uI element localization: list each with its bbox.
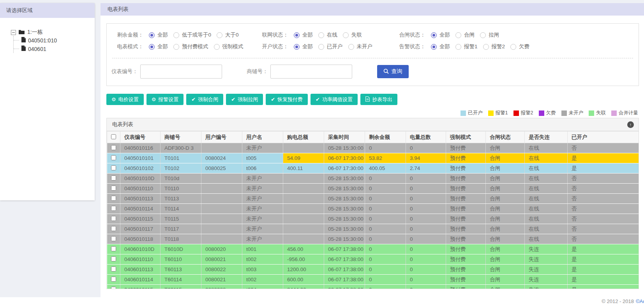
radio-option[interactable]: 全部 <box>294 32 313 39</box>
table-cell: 合闸 <box>486 285 525 289</box>
query-button[interactable]: 查询 <box>377 65 409 78</box>
row-checkbox[interactable] <box>111 155 116 160</box>
radio-option[interactable]: 报警2 <box>483 43 505 50</box>
radio-option[interactable]: 全部 <box>431 43 450 50</box>
radio-icon[interactable] <box>214 44 220 50</box>
column-header: 仪表编号 <box>120 131 161 143</box>
table-cell: 0 <box>365 184 406 194</box>
radio-option[interactable]: 全部 <box>149 32 168 39</box>
radio-option[interactable]: 失联 <box>343 32 362 39</box>
table-row[interactable]: 0405010102T01020080025t006400.1106-07 17… <box>107 163 639 174</box>
table-scroll-area[interactable]: 仪表编号商铺号用户编号用户名购电总额采集时间剩余金额电量总数强制模式合闸状态是否… <box>107 131 639 289</box>
table-cell: 0 <box>406 174 446 184</box>
radio-option[interactable]: 预付费模式 <box>173 43 208 50</box>
table-row[interactable]: 0405010118T0118未开户05-28 15:30:0000预付费合闸在… <box>107 234 639 244</box>
table-row[interactable]: 0405010101T01010080024t00554.0906-07 17:… <box>107 153 639 163</box>
radio-option[interactable]: 全部 <box>431 32 450 39</box>
radio-option[interactable]: 未开户 <box>348 43 373 50</box>
radio-icon[interactable] <box>318 32 324 38</box>
table-row[interactable]: 040601010DT6010D0080020t001456.0006-07 1… <box>107 244 639 254</box>
table-cell: 0 <box>406 184 446 194</box>
action-button-恢复预付费[interactable]: ✔恢复预付费 <box>266 94 308 105</box>
select-all-checkbox[interactable] <box>111 134 116 139</box>
tree-collapse-icon[interactable] <box>11 30 16 35</box>
radio-icon[interactable] <box>149 44 155 50</box>
action-button-强制合闸[interactable]: ✔强制合闸 <box>186 94 223 105</box>
table-row[interactable]: 0406010110T601100080021t002-956.0006-07 … <box>107 254 639 265</box>
collapse-up-icon[interactable]: ↑ <box>627 121 634 128</box>
radio-icon[interactable] <box>173 44 179 50</box>
row-checkbox[interactable] <box>111 226 116 231</box>
row-checkbox[interactable] <box>111 277 116 282</box>
table-row[interactable]: 0406010115T601150080023t0042444.0006-07 … <box>107 285 639 289</box>
action-button-报警设置[interactable]: ⚙报警设置 <box>146 94 184 105</box>
radio-icon[interactable] <box>483 44 489 50</box>
tree-node-label[interactable]: 040601 <box>28 46 46 52</box>
radio-option[interactable]: 合闸 <box>455 32 475 39</box>
row-checkbox[interactable] <box>111 186 116 191</box>
radio-icon[interactable] <box>431 32 437 38</box>
filter-group-label: 联网状态： <box>256 32 288 39</box>
table-row[interactable]: 040501010DT010d未开户05-28 15:30:0000预付费合闸在… <box>107 174 639 184</box>
radio-icon[interactable] <box>431 44 437 50</box>
radio-icon[interactable] <box>510 44 516 50</box>
radio-icon[interactable] <box>318 44 324 50</box>
row-checkbox[interactable] <box>111 256 116 261</box>
table-row[interactable]: 0405010110T0110未开户05-28 15:30:0000预付费合闸在… <box>107 184 639 194</box>
table-row[interactable]: 0406010113T601130080022t0031200.0006-07 … <box>107 265 639 275</box>
filter-group: 剩余金额：全部低于或等于0大于0 <box>111 32 256 39</box>
radio-option[interactable]: 大于0 <box>217 32 239 39</box>
action-button-功率阈值设置[interactable]: ✔功率阈值设置 <box>311 94 358 105</box>
radio-option[interactable]: 已开户 <box>318 43 343 50</box>
radio-option[interactable]: 全部 <box>149 43 168 50</box>
table-row[interactable]: 0405010116ADF300-D 3未开户05-28 15:30:0000预… <box>107 143 639 153</box>
tree-node-meter[interactable]: 040601 <box>14 44 95 53</box>
radio-icon[interactable] <box>348 44 354 50</box>
action-button-强制拉闸[interactable]: ✔强制拉闸 <box>226 94 263 105</box>
action-button-抄表导出[interactable]: 抄表导出 <box>360 94 397 105</box>
table-row[interactable]: 0405010115T0115未开户05-28 15:30:0000预付费合闸在… <box>107 214 639 224</box>
radio-icon[interactable] <box>343 32 349 38</box>
radio-option[interactable]: 低于或等于0 <box>173 32 211 39</box>
radio-option[interactable]: 全部 <box>294 43 313 50</box>
tree-node-building[interactable]: 1:一栋 <box>11 29 95 36</box>
row-checkbox[interactable] <box>111 266 116 272</box>
radio-icon[interactable] <box>173 32 179 38</box>
radio-icon[interactable] <box>217 32 222 38</box>
radio-icon[interactable] <box>294 32 300 38</box>
row-checkbox[interactable] <box>111 216 116 221</box>
table-cell: 400.11 <box>283 163 324 174</box>
table-row[interactable]: 0405010113T0113未开户05-28 15:30:0000预付费合闸在… <box>107 194 639 204</box>
table-cell: 0 <box>406 285 446 289</box>
radio-icon[interactable] <box>455 32 461 38</box>
row-checkbox[interactable] <box>111 246 116 251</box>
row-checkbox[interactable] <box>111 165 116 170</box>
radio-option-label: 全部 <box>157 32 168 39</box>
radio-option[interactable]: 在线 <box>318 32 337 39</box>
row-checkbox[interactable] <box>111 236 116 241</box>
row-checkbox[interactable] <box>111 145 116 150</box>
radio-icon[interactable] <box>455 44 461 50</box>
row-checkbox[interactable] <box>111 175 116 181</box>
row-checkbox[interactable] <box>111 206 116 211</box>
row-checkbox[interactable] <box>111 196 116 201</box>
brand-link[interactable]: ©Acr <box>636 298 644 304</box>
radio-option[interactable]: 拉闸 <box>480 32 499 39</box>
radio-icon[interactable] <box>480 32 486 38</box>
shop-no-input[interactable] <box>270 65 352 79</box>
table-row[interactable]: 0405010117T0117未开户05-28 15:30:0000预付费合闸在… <box>107 224 639 234</box>
tree-node-label[interactable]: 1:一栋 <box>27 29 43 36</box>
tree-node-label[interactable]: 040501:010 <box>28 37 57 44</box>
table-row[interactable]: 0405010114T0114未开户05-28 15:30:0000预付费合闸在… <box>107 204 639 214</box>
action-button-电价设置[interactable]: ⚙电价设置 <box>106 94 144 105</box>
tree-node-meter[interactable]: 040501:010 <box>14 36 95 44</box>
radio-icon[interactable] <box>149 32 155 38</box>
radio-option[interactable]: 强制模式 <box>214 43 243 50</box>
radio-option[interactable]: 报警1 <box>455 43 478 50</box>
radio-option[interactable]: 欠费 <box>510 43 529 50</box>
meter-no-input[interactable] <box>140 65 222 79</box>
radio-icon[interactable] <box>294 44 300 50</box>
table-row[interactable]: 0406010114T601140080021t002600.0006-07 1… <box>107 275 639 285</box>
radio-option-label: 强制模式 <box>222 43 243 50</box>
row-checkbox[interactable] <box>111 287 116 289</box>
